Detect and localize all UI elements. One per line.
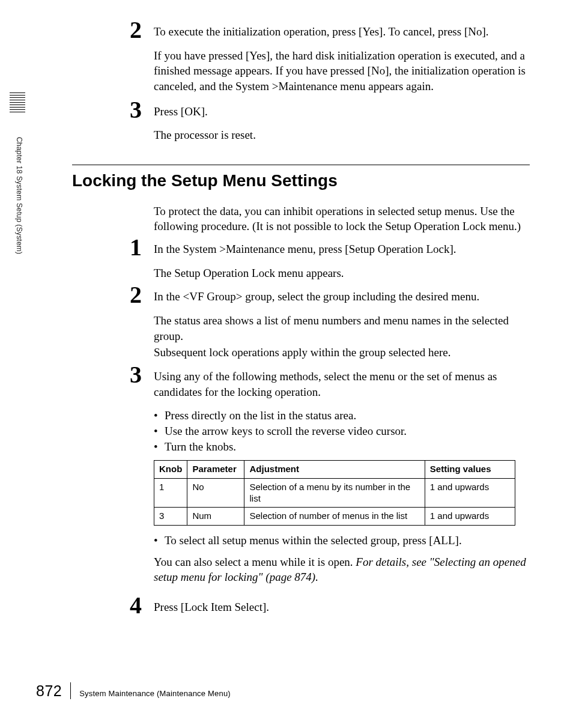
step-3-top: 3 Press [OK]. The processor is reset. [72,104,530,143]
table-header: Setting values [425,461,515,479]
section-heading: Locking the Setup Menu Settings [72,171,530,190]
step-1: 1 In the System >Maintenance menu, press… [72,241,530,281]
table-cell: 3 [154,508,187,526]
section-divider [72,165,530,165]
chapter-side-label: Chapter 18 System Setup (System) [15,137,23,254]
footer-divider [70,682,71,699]
table-cell: Selection of number of menus in the list [244,508,425,526]
body-text: If you have pressed [Yes], the hard disk… [154,48,530,94]
table-cell: 1 and upwards [425,508,515,526]
body-text: The Setup Operation Lock menu appears. [154,265,530,281]
knob-table: Knob Parameter Adjustment Setting values… [154,460,515,526]
step-2-top: 2 To execute the initialization operatio… [72,24,530,94]
body-text: In the <VF Group> group, select the grou… [154,289,530,305]
step-3: 3 Using any of the following methods, se… [72,369,530,585]
body-text: Using any of the following methods, sele… [154,369,530,399]
step-number: 4 [130,593,142,617]
body-text: Press [OK]. [154,104,530,120]
table-header-row: Knob Parameter Adjustment Setting values [154,461,515,479]
step-number: 2 [130,18,142,42]
table-header: Parameter [187,461,244,479]
list-item: Turn the knobs. [154,439,530,455]
body-text: To protect the data, you can inhibit ope… [154,204,530,234]
table-row: 1 No Selection of a menu by its number i… [154,478,515,508]
page-footer: 872 System Maintenance (Maintenance Menu… [36,682,231,700]
table-cell: 1 [154,478,187,508]
list-item: To select all setup menus within the sel… [154,533,530,548]
step-4: 4 Press [Lock Item Select]. [72,599,530,615]
body-text: To execute the initialization operation,… [154,24,530,40]
step-2: 2 In the <VF Group> group, select the gr… [72,289,530,360]
body-text: Press [Lock Item Select]. [154,599,530,615]
body-text: Subsequent lock operations apply within … [154,345,530,360]
list-item: Use the arrow keys to scroll the reverse… [154,423,530,439]
body-text: In the System >Maintenance menu, press [… [154,241,530,257]
step-number: 3 [130,363,142,387]
footer-text: System Maintenance (Maintenance Menu) [79,689,231,698]
list-item: Press directly on the list in the status… [154,408,530,423]
page: Chapter 18 System Setup (System) 2 To ex… [0,0,573,728]
bullet-list: Press directly on the list in the status… [154,408,530,454]
table-header: Adjustment [244,461,425,479]
table-cell: Num [187,508,244,526]
step-number: 1 [130,235,142,259]
body-text: The status area shows a list of menu num… [154,313,530,344]
step-number: 2 [130,283,142,307]
table-cell: Selection of a menu by its number in the… [244,478,425,508]
body-text-plain: You can also select a menu while it is o… [154,556,356,568]
sidebar-decorative-bars [10,93,25,112]
page-number: 872 [36,682,62,700]
table-cell: No [187,478,244,508]
body-text: The processor is reset. [154,127,530,143]
section-intro-block: To protect the data, you can inhibit ope… [154,204,530,234]
body-text: You can also select a menu while it is o… [154,554,530,585]
table-cell: 1 and upwards [425,478,515,508]
step-number: 3 [130,98,142,122]
bullet-list: To select all setup menus within the sel… [154,533,530,548]
table-header: Knob [154,461,187,479]
table-row: 3 Num Selection of number of menus in th… [154,508,515,526]
